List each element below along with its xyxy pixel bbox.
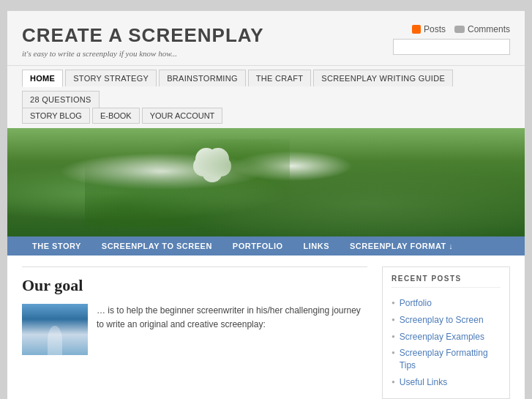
- sec-nav-link-story[interactable]: THE STORY: [22, 236, 91, 256]
- goal-title: Our goal: [22, 276, 367, 295]
- sec-nav-link-portfolio[interactable]: PORTFOLIO: [222, 236, 293, 256]
- recent-posts-title: RECENT POSTS: [391, 275, 501, 288]
- nav-row2-list: STORY BLOG E-BOOK YOUR ACCOUNT: [22, 108, 510, 124]
- comments-feed-link[interactable]: Comments: [454, 24, 510, 34]
- comments-icon: [454, 26, 465, 33]
- sec-nav-link-s2s[interactable]: SCREENPLAY TO SCREEN: [91, 236, 222, 256]
- nav-link-writing-guide[interactable]: SCREENPLAY WRITING GUIDE: [313, 70, 453, 86]
- nav-link-story-blog[interactable]: STORY BLOG: [22, 108, 90, 124]
- primary-nav: HOME STORY STRATEGY BRAINSTORMING THE CR…: [7, 65, 525, 108]
- secondary-nav: THE STORY SCREENPLAY TO SCREEN PORTFOLIO…: [7, 236, 525, 256]
- list-item: ● Portfolio: [391, 295, 501, 312]
- recent-posts-widget: RECENT POSTS ● Portfolio ● Screenplay to…: [382, 266, 510, 399]
- nav-link-ebook[interactable]: E-BOOK: [92, 108, 140, 124]
- bullet-icon: ●: [391, 379, 395, 385]
- nav-item-brainstorming: BRAINSTORMING: [159, 66, 248, 87]
- hero-image-inner: [7, 128, 525, 236]
- list-item: ● Screenplay to Screen: [391, 312, 501, 329]
- site-title: CREATE A SCREENPLAY: [22, 24, 264, 47]
- bullet-icon: ●: [391, 349, 395, 356]
- main-content: Our goal … is to help the beginner scree…: [22, 266, 367, 399]
- nav-link-account[interactable]: YOUR ACCOUNT: [142, 108, 223, 124]
- sec-nav-item-links: LINKS: [293, 236, 340, 256]
- recent-post-link-4[interactable]: Screenplay Formatting Tips: [400, 347, 501, 372]
- search-input[interactable]: [393, 39, 510, 55]
- goal-text: … is to help the beginner screenwriter i…: [97, 304, 367, 355]
- rss-icon: [412, 25, 421, 34]
- recent-post-link-3[interactable]: Screenplay Examples: [400, 331, 484, 343]
- goal-body: … is to help the beginner screenwriter i…: [22, 304, 367, 355]
- header-right: Posts Comments: [393, 24, 510, 55]
- recent-post-link-1[interactable]: Portfolio: [400, 297, 432, 310]
- recent-post-link-5[interactable]: Useful Links: [400, 376, 447, 389]
- nav-item-28q: 28 QUESTIONS: [22, 87, 102, 108]
- comments-feed-label: Comments: [468, 24, 510, 34]
- posts-feed-link[interactable]: Posts: [412, 24, 446, 34]
- sec-nav-item-s2s: SCREENPLAY TO SCREEN: [91, 236, 222, 256]
- content-area: Our goal … is to help the beginner scree…: [7, 256, 525, 399]
- list-item: ● Useful Links: [391, 374, 501, 391]
- list-item: ● Screenplay Examples: [391, 329, 501, 346]
- nav-item-story-blog: STORY BLOG: [22, 108, 92, 124]
- sidebar: RECENT POSTS ● Portfolio ● Screenplay to…: [382, 266, 510, 399]
- sec-nav-link-links[interactable]: LINKS: [293, 236, 340, 256]
- nav-link-28q[interactable]: 28 QUESTIONS: [22, 91, 100, 108]
- nav-item-account: YOUR ACCOUNT: [142, 108, 225, 124]
- nav-item-craft: THE CRAFT: [248, 66, 313, 87]
- sec-nav-item-portfolio: PORTFOLIO: [222, 236, 293, 256]
- hero-image: [7, 128, 525, 236]
- site-tagline: it's easy to write a screenplay if you k…: [22, 49, 264, 58]
- secondary-nav-list: THE STORY SCREENPLAY TO SCREEN PORTFOLIO…: [22, 236, 510, 256]
- sec-nav-item-story: THE STORY: [22, 236, 91, 256]
- nav-item-ebook: E-BOOK: [92, 108, 142, 124]
- site-branding: CREATE A SCREENPLAY it's easy to write a…: [22, 24, 264, 58]
- nav-row2: STORY BLOG E-BOOK YOUR ACCOUNT: [7, 108, 525, 128]
- page-wrapper: CREATE A SCREENPLAY it's easy to write a…: [7, 11, 525, 399]
- nav-link-story-strategy[interactable]: STORY STRATEGY: [65, 70, 157, 86]
- recent-post-link-2[interactable]: Screenplay to Screen: [400, 314, 484, 327]
- feed-links: Posts Comments: [412, 24, 510, 34]
- recent-posts-list: ● Portfolio ● Screenplay to Screen ● Scr…: [391, 295, 501, 391]
- bullet-icon: ●: [391, 333, 395, 340]
- sec-nav-link-format[interactable]: SCREENPLAY FORMAT ↓: [340, 236, 463, 256]
- nav-row1-list: HOME STORY STRATEGY BRAINSTORMING THE CR…: [22, 66, 510, 108]
- nav-item-writing-guide: SCREENPLAY WRITING GUIDE: [313, 66, 455, 87]
- bullet-icon: ●: [391, 299, 395, 306]
- goal-thumbnail: [22, 304, 88, 355]
- nav-link-brainstorming[interactable]: BRAINSTORMING: [159, 70, 246, 86]
- bullet-icon: ●: [391, 316, 395, 323]
- posts-feed-label: Posts: [424, 24, 446, 34]
- site-header: CREATE A SCREENPLAY it's easy to write a…: [7, 11, 525, 65]
- divider: [22, 266, 367, 267]
- nav-link-home[interactable]: HOME: [22, 70, 63, 87]
- nav-item-story-strategy: STORY STRATEGY: [65, 66, 159, 87]
- nav-item-home: HOME: [22, 66, 65, 87]
- sec-nav-item-format: SCREENPLAY FORMAT ↓: [340, 236, 463, 256]
- nav-link-craft[interactable]: THE CRAFT: [248, 70, 311, 86]
- list-item: ● Screenplay Formatting Tips: [391, 345, 501, 374]
